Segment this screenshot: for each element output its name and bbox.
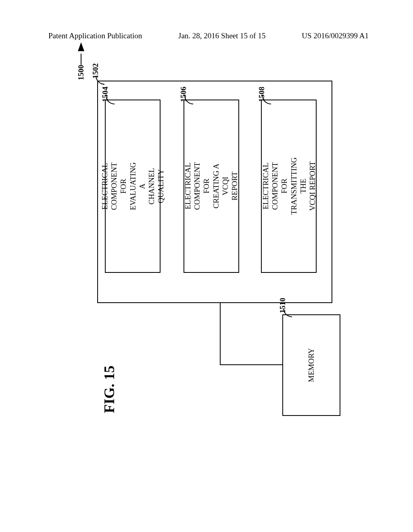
component-box-1506: ELECTRICAL COMPONENT FOR CREATING A VCQI… <box>184 100 239 273</box>
component-text-1508: ELECTRICAL COMPONENT FOR TRANSMITTING TH… <box>261 156 317 217</box>
arrow-line <box>81 54 81 65</box>
memory-box-1510: MEMORY <box>282 314 340 416</box>
ref-label-1508: 1508 <box>257 87 266 102</box>
ref-label-1506: 1506 <box>179 87 188 102</box>
ref-label-1510: 1510 <box>278 298 287 313</box>
connector-line <box>220 364 283 365</box>
page-header: Patent Application Publication Jan. 28, … <box>0 31 413 40</box>
ref-label-1504: 1504 <box>101 87 110 102</box>
component-box-1504: ELECTRICAL COMPONENT FOR EVALUATING A CH… <box>105 100 161 273</box>
component-box-1508: ELECTRICAL COMPONENT FOR TRANSMITTING TH… <box>261 100 317 273</box>
memory-text: MEMORY <box>307 348 316 382</box>
header-left: Patent Application Publication <box>48 31 142 40</box>
connector-line <box>220 302 221 365</box>
header-center: Jan. 28, 2016 Sheet 15 of 15 <box>178 31 265 40</box>
component-text-1506: ELECTRICAL COMPONENT FOR CREATING A VCQI… <box>183 159 239 213</box>
figure-15-diagram: 1500 1502 ELECTRICAL COMPONENT FOR EVALU… <box>73 75 332 425</box>
header-right: US 2016/0029399 A1 <box>302 31 369 40</box>
system-ref-label: 1500 <box>77 65 86 80</box>
figure-caption: FIG. 15 <box>101 366 118 413</box>
system-ref-1500: 1500 <box>77 42 86 80</box>
arrow-head-icon <box>78 42 84 51</box>
ref-label-1502: 1502 <box>91 63 100 79</box>
component-text-1504: ELECTRICAL COMPONENT FOR EVALUATING A CH… <box>100 159 165 213</box>
